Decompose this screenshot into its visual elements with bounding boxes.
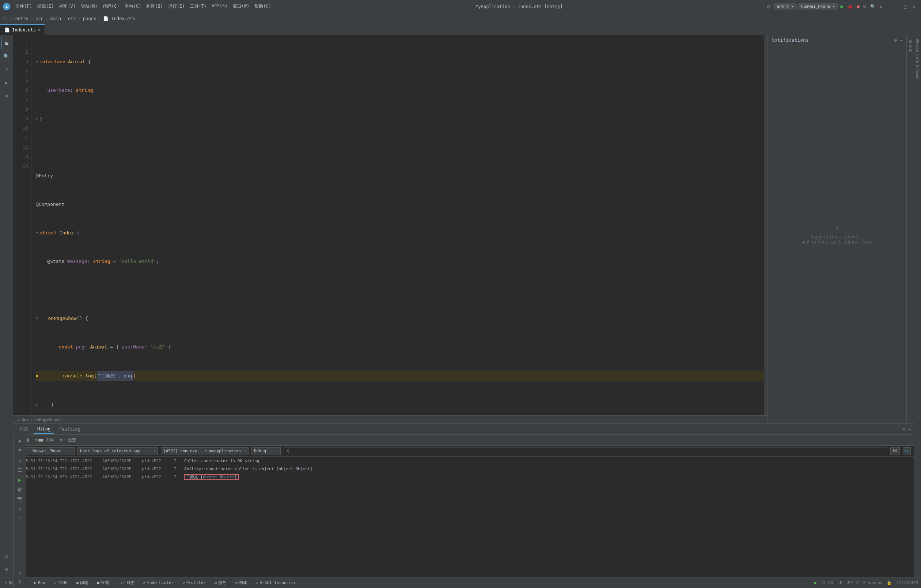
editor-scrollbar[interactable]: [764, 35, 768, 415]
menu-view[interactable]: 视图(V): [57, 2, 78, 11]
code-container[interactable]: 1 2 3 4 5 6 7 8 9 10 11 12 13: [13, 35, 768, 415]
notif-minimize-icon[interactable]: —: [900, 37, 903, 43]
fold-icon-10: ▼: [36, 314, 38, 323]
code-editor[interactable]: ▼interface Animal { userName: string ▶} …: [31, 35, 764, 415]
log-down-icon[interactable]: ▼: [15, 445, 24, 454]
time-info: 12:28: [821, 580, 833, 585]
log-play-icon[interactable]: ▶: [15, 476, 24, 484]
more-icon[interactable]: ⋮: [885, 4, 892, 9]
menu-tools[interactable]: 工具(T): [188, 2, 209, 11]
debug-icon[interactable]: 🐞: [846, 4, 854, 9]
logs-type-filter[interactable]: User logs of selected app ▾: [78, 447, 158, 455]
menu-window[interactable]: 窗口(W): [231, 2, 252, 11]
services-btn[interactable]: ◎ 服务: [212, 579, 229, 586]
menu-help[interactable]: 帮助(H): [252, 2, 273, 11]
fold-icon-3: ▶: [36, 114, 38, 124]
close-btn[interactable]: ✕: [911, 4, 918, 10]
activity-bottom2[interactable]: ⚙: [1, 563, 12, 575]
pid-filter[interactable]: [4522] com.exa...e.myapplication ▾: [161, 447, 249, 455]
build-icon[interactable]: ▶: [840, 3, 845, 10]
activity-extensions[interactable]: ⊞: [1, 90, 12, 102]
highlighted-message: 二师兄 [object Object]: [184, 474, 239, 480]
bottom-settings-icon[interactable]: ⚙: [903, 427, 906, 432]
log-checkbox2-icon[interactable]: ☐: [15, 513, 24, 522]
nav-pages[interactable]: pages: [83, 16, 96, 21]
settings-icon[interactable]: ⚙: [765, 4, 772, 10]
menu-refactor[interactable]: 重构(G): [122, 2, 143, 11]
run-btn[interactable]: ▶ Run: [32, 580, 47, 586]
selected-text: "二师兄", pug: [97, 371, 133, 381]
tab-more-btn[interactable]: ⋮: [911, 27, 921, 32]
bottom-minimize-icon[interactable]: —: [908, 427, 911, 432]
line-ending: LF: [837, 580, 842, 585]
bookmark-tab[interactable]: 书签: [907, 44, 914, 48]
search2-icon[interactable]: 🔍: [869, 4, 877, 9]
device-selector[interactable]: Huawei_Phone ▾: [798, 3, 838, 10]
log-sidebar: ▲ ▼ ≡ ☰ ▶ 🗑 📷 ☐ ☐ ✕ ?: [13, 435, 26, 577]
settings-btn[interactable]: ⚙ ☆ 设置: [58, 437, 78, 443]
notifications-tab[interactable]: 通知: [907, 35, 914, 39]
issues-btn[interactable]: ◉ 问题: [74, 579, 91, 586]
sync-icon[interactable]: ⟳: [862, 4, 867, 9]
arkui-btn[interactable]: △ ArkUI Inspector: [254, 580, 298, 586]
menu-nav[interactable]: 导航(N): [78, 2, 100, 11]
minimize-btn[interactable]: —: [893, 4, 900, 10]
breadcrumb-index[interactable]: Index: [17, 417, 29, 422]
nav-main[interactable]: main: [50, 16, 61, 21]
tab-hilog[interactable]: HiLog: [34, 425, 54, 434]
menu-build[interactable]: 构建(B): [144, 2, 165, 11]
arkui-icon: △: [256, 580, 259, 585]
log-btn[interactable]: □ □ 日志: [116, 579, 137, 586]
cc-button[interactable]: Cc: [890, 447, 900, 455]
maximize-btn[interactable]: □: [901, 4, 909, 10]
nav-file[interactable]: 📄 Index.ets: [103, 16, 135, 21]
nav-ets[interactable]: ets: [68, 16, 76, 21]
info-tab[interactable]: 信息: [907, 39, 914, 44]
log-lines-icon[interactable]: ≡: [15, 456, 24, 465]
activity-git[interactable]: ⑂: [1, 64, 12, 75]
tab-close-icon[interactable]: ✕: [38, 28, 40, 32]
nav-src[interactable]: src: [36, 16, 44, 21]
settings2-icon[interactable]: ⚙: [878, 4, 883, 9]
activity-search[interactable]: 🔍: [1, 50, 12, 62]
log-up-icon[interactable]: ▲: [15, 436, 24, 445]
stop-icon[interactable]: ■: [856, 4, 860, 9]
profiler-btn[interactable]: ↗ Profiler: [180, 580, 208, 586]
menu-code[interactable]: 代码(C): [101, 2, 122, 11]
code-line-7: ▼struct Index {: [36, 228, 764, 238]
log-close-icon[interactable]: ✕: [15, 568, 24, 577]
bottom-tabs: 日志 HiLog FaultLog ⚙ —: [13, 424, 914, 435]
level-filter[interactable]: Debug ▾: [251, 447, 281, 455]
nav-entry[interactable]: entry: [15, 16, 29, 21]
menu-vcs[interactable]: VCS(S): [210, 2, 229, 11]
device-file-browser-tab[interactable]: Device File Browser: [914, 35, 921, 577]
entry-selector[interactable]: entry ▾: [774, 3, 797, 10]
nav-t1[interactable]: t1: [3, 16, 8, 21]
log-content[interactable]: ▲ 05-31 23:26:54.722 4522-4522 A03d00/JS…: [13, 457, 914, 577]
log-camera-icon[interactable]: 📷: [15, 494, 24, 503]
encoding: UTF-8: [846, 580, 859, 585]
log-list-icon[interactable]: ☰: [15, 466, 24, 475]
log-search-input[interactable]: [284, 447, 887, 455]
tab-log[interactable]: 日志: [16, 425, 32, 434]
build-bottom-btn[interactable]: ⚒ 构建: [233, 579, 249, 586]
notif-settings-icon[interactable]: ⚙: [894, 37, 897, 43]
menu-run[interactable]: 运行(I): [166, 2, 187, 11]
tab-faultlog[interactable]: FaultLog: [55, 425, 84, 433]
activity-project[interactable]: ⊞: [1, 37, 12, 49]
breadcrumb-method[interactable]: onPageShow(): [34, 417, 63, 422]
refresh-button[interactable]: ⟳: [903, 447, 911, 455]
log-checkbox1-icon[interactable]: ☐: [15, 504, 24, 513]
log-delete-icon[interactable]: 🗑: [15, 485, 24, 494]
grid-layout-btn[interactable]: ⊞ ■■ 布局: [34, 437, 55, 443]
terminal-btn[interactable]: ■ 终端: [94, 579, 111, 586]
activity-run-debug[interactable]: ▶: [1, 77, 12, 88]
code-line-11: const pug: Animal = { userName: "八成" }: [36, 342, 764, 352]
tab-index-ets[interactable]: 📄 Index.ets ✕: [0, 24, 45, 35]
log-row-1: ▲ 05-31 23:26:54.722 4522-4522 A03d00/JS…: [13, 457, 914, 465]
todo-btn[interactable]: ☑ TODO: [52, 580, 70, 586]
menu-file[interactable]: 文件(F): [13, 2, 34, 11]
activity-bottom1[interactable]: ☐: [1, 550, 12, 562]
menu-edit[interactable]: 编辑(E): [35, 2, 56, 11]
codelinter-btn[interactable]: ✔ Code Linter: [141, 580, 176, 586]
